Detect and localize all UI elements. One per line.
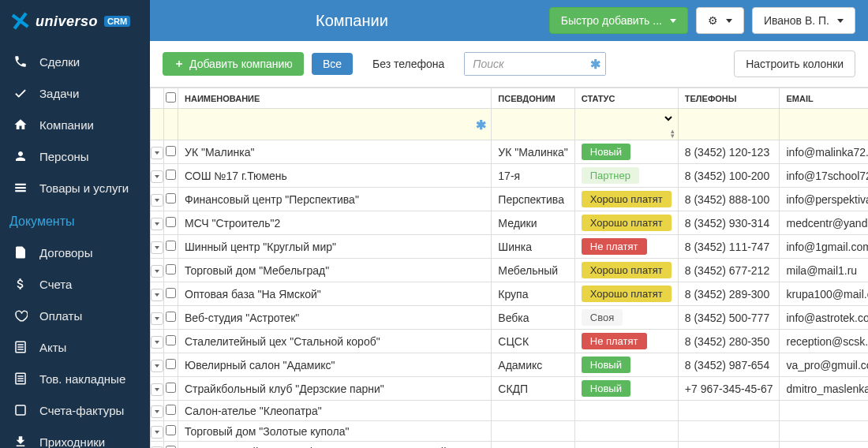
cell-phone[interactable]: 8 (3452) 888-100 — [678, 188, 780, 211]
cell-status[interactable]: Хорошо платят — [574, 211, 678, 235]
cell-name[interactable]: Торговый дом "Мебельград" — [178, 259, 492, 282]
cell-phone[interactable] — [678, 442, 780, 449]
row-menu-button[interactable] — [151, 312, 163, 325]
cell-email[interactable]: info@malinka72.ru — [780, 140, 868, 164]
asterisk-icon[interactable]: ✱ — [590, 57, 600, 72]
cell-alias[interactable] — [492, 442, 574, 449]
cell-name[interactable]: Финансовый центр "Перспектива" — [178, 188, 492, 211]
sidebar-item-4[interactable]: Товары и услуги — [0, 172, 150, 203]
row-checkbox[interactable] — [166, 217, 176, 227]
cell-status[interactable] — [574, 401, 678, 421]
row-checkbox[interactable] — [166, 146, 176, 156]
filter-name-input[interactable] — [181, 117, 488, 132]
cell-alias[interactable]: Крупа — [492, 282, 574, 306]
cell-name[interactable]: Веб-студия "Астротек" — [178, 306, 492, 330]
row-checkbox[interactable] — [166, 264, 176, 274]
filter-email-input[interactable] — [783, 117, 868, 132]
cell-phone[interactable]: 8 (3452) 987-654 — [678, 353, 780, 377]
user-menu-button[interactable]: Иванов В. П. — [752, 7, 855, 34]
cell-alias[interactable]: Адамикс — [492, 353, 574, 377]
col-name[interactable]: НАИМЕНОВАНИЕ — [178, 88, 492, 109]
cell-status[interactable] — [574, 442, 678, 449]
sidebar-item-3[interactable]: Персоны — [0, 140, 150, 172]
cell-alias[interactable] — [492, 421, 574, 442]
settings-button[interactable]: ⚙ — [696, 7, 744, 34]
cell-alias[interactable]: Мебельный — [492, 259, 574, 282]
cell-alias[interactable]: Шинка — [492, 235, 574, 259]
cell-alias[interactable]: СЦСК — [492, 330, 574, 353]
cell-email[interactable]: reception@scsk.ru — [780, 330, 868, 353]
sidebar-doc-1[interactable]: Счета — [0, 268, 150, 300]
row-menu-button[interactable] — [151, 147, 163, 159]
cell-name[interactable]: Оптовая база "На Ямской" — [178, 282, 492, 306]
col-email[interactable]: EMAIL — [780, 88, 868, 109]
cell-alias[interactable]: СКДП — [492, 377, 574, 401]
row-checkbox[interactable] — [166, 335, 176, 345]
row-checkbox[interactable] — [166, 288, 176, 298]
row-checkbox[interactable] — [166, 241, 176, 251]
cell-phone[interactable]: 8 (3452) 500-777 — [678, 306, 780, 330]
row-menu-button[interactable] — [151, 241, 163, 254]
cell-email[interactable]: mila@mail1.ru — [780, 259, 868, 282]
row-menu-button[interactable] — [151, 360, 163, 372]
cell-name[interactable]: СОШ №17 г.Тюмень — [178, 164, 492, 188]
cell-email[interactable]: info@perspektiva.ru — [780, 188, 868, 211]
cell-name[interactable]: Страйкбольный клуб "Дерзские парни" — [178, 377, 492, 401]
cell-alias[interactable] — [492, 401, 574, 421]
cell-status[interactable]: Новый — [574, 353, 678, 377]
row-checkbox[interactable] — [166, 383, 176, 393]
cell-name[interactable]: МСЧ "Строитель"2 — [178, 211, 492, 235]
row-menu-button[interactable] — [151, 383, 163, 396]
row-checkbox[interactable] — [166, 425, 176, 435]
sidebar-doc-3[interactable]: Акты — [0, 331, 150, 363]
cell-name[interactable]: Салон-ателье "Клеопатра" — [178, 401, 492, 421]
cell-email[interactable]: info@1gmail.com — [780, 235, 868, 259]
cell-name[interactable]: Ювелирный салон "Адамикс" — [178, 353, 492, 377]
filter-all-button[interactable]: Все — [312, 53, 353, 75]
cell-status[interactable]: Не платят — [574, 330, 678, 353]
cell-phone[interactable]: 8 (3452) 100-200 — [678, 164, 780, 188]
row-menu-button[interactable] — [151, 426, 163, 439]
sidebar-doc-0[interactable]: Договоры — [0, 237, 150, 268]
row-menu-button[interactable] — [151, 218, 163, 230]
row-checkbox[interactable] — [166, 170, 176, 180]
cell-alias[interactable]: Вебка — [492, 306, 574, 330]
cell-status[interactable] — [574, 421, 678, 442]
add-company-button[interactable]: ＋ Добавить компанию — [163, 52, 304, 76]
row-menu-button[interactable] — [151, 265, 163, 278]
sidebar-item-2[interactable]: Компании — [0, 109, 150, 140]
cell-status[interactable]: Новый — [574, 140, 678, 164]
row-checkbox[interactable] — [166, 359, 176, 369]
cell-phone[interactable]: 8 (3452) 120-123 — [678, 140, 780, 164]
cell-alias[interactable]: 17-я — [492, 164, 574, 188]
row-menu-button[interactable] — [151, 336, 163, 349]
row-menu-button[interactable] — [151, 170, 163, 183]
cell-phone[interactable]: 8 (3452) 930-314 — [678, 211, 780, 235]
cell-alias[interactable]: УК "Малинка" — [492, 140, 574, 164]
row-menu-button[interactable] — [151, 289, 163, 301]
asterisk-icon[interactable]: ✱ — [476, 117, 486, 132]
quick-add-button[interactable]: Быстро добавить ... — [549, 7, 688, 34]
cell-name[interactable]: Торговый дом "Золотые купола" — [178, 421, 492, 442]
cell-phone[interactable]: 8 (3452) 289-300 — [678, 282, 780, 306]
col-phones[interactable]: ТЕЛЕФОНЫ — [678, 88, 780, 109]
cell-email[interactable] — [780, 401, 868, 421]
cell-status[interactable]: Хорошо платят — [574, 282, 678, 306]
row-menu-button[interactable] — [151, 405, 163, 418]
cell-status[interactable]: Своя — [574, 306, 678, 330]
sidebar-doc-6[interactable]: Приходники — [0, 426, 150, 448]
cell-email[interactable]: info@astrotek.com — [780, 306, 868, 330]
cell-status[interactable]: Новый — [574, 377, 678, 401]
cell-status[interactable]: Не платят — [574, 235, 678, 259]
cell-email[interactable]: krupa100@mail.org — [780, 282, 868, 306]
row-menu-button[interactable] — [151, 194, 163, 207]
cell-name[interactable]: Региональный центр информационных технол… — [178, 442, 492, 449]
cell-name[interactable]: УК "Малинка" — [178, 140, 492, 164]
cell-email[interactable]: info@17school72.ru — [780, 164, 868, 188]
cell-phone[interactable]: 8 (3452) 280-350 — [678, 330, 780, 353]
sidebar-section-documents[interactable]: Документы — [0, 207, 150, 233]
cell-alias[interactable]: Медики — [492, 211, 574, 235]
logo[interactable]: ✕ universo CRM — [0, 0, 150, 43]
row-checkbox[interactable] — [166, 446, 176, 449]
sidebar-item-1[interactable]: Задачи — [0, 77, 150, 109]
